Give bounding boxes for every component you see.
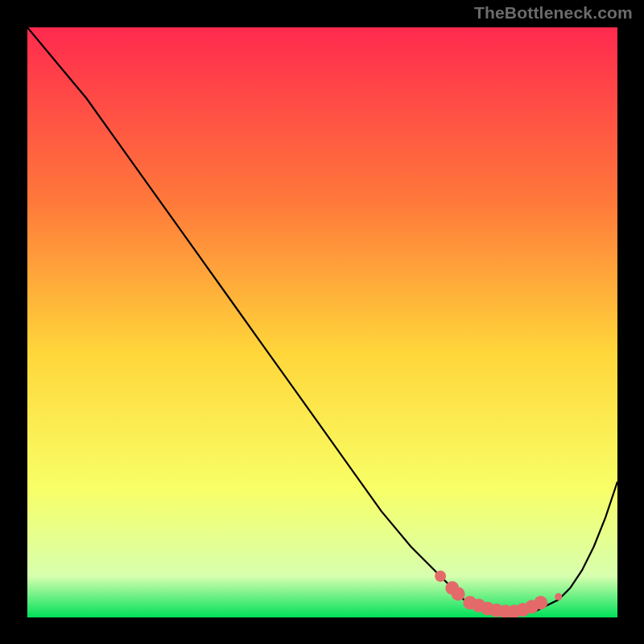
bottleneck-chart	[27, 27, 617, 617]
optimal-dot	[555, 593, 562, 601]
chart-frame: TheBottleneck.com	[0, 0, 644, 644]
optimal-dot	[435, 571, 446, 582]
plot-background	[27, 27, 617, 617]
watermark-text: TheBottleneck.com	[474, 3, 633, 23]
optimal-dot	[452, 587, 465, 601]
optimal-dot	[534, 596, 547, 609]
